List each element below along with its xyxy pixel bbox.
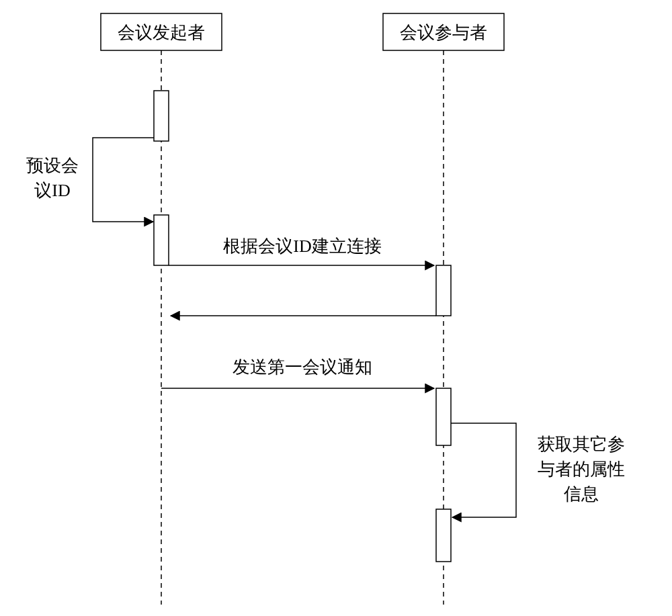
sequence-diagram: 会议发起者 会议参与者 预设会 议ID 根据会议ID建立连接 发送第一会议通知 … [0,0,672,616]
activation-participant-2 [436,388,451,445]
self-message-preset-id: 预设会 议ID [26,138,154,222]
self-message-preset-id-line2: 议ID [34,181,70,200]
message-send-notification-label: 发送第一会议通知 [233,357,372,377]
message-send-notification: 发送第一会议通知 [161,357,434,388]
self-message-get-attributes-line1: 获取其它参 [538,435,625,454]
activation-initiator-2 [154,215,169,265]
activation-participant-1 [436,265,451,316]
activation-participant-3 [436,509,451,562]
lifeline-participant-label: 会议参与者 [400,23,487,42]
self-message-preset-id-line1: 预设会 [26,156,79,175]
self-message-get-attributes-line3: 信息 [564,484,599,504]
message-establish-connection-label: 根据会议ID建立连接 [223,236,381,256]
activation-initiator-1 [154,91,169,141]
message-establish-connection: 根据会议ID建立连接 [169,236,434,265]
self-message-get-attributes: 获取其它参 与者的属性 信息 [451,423,625,517]
self-message-get-attributes-line2: 与者的属性 [538,459,625,479]
lifeline-initiator-label: 会议发起者 [118,23,205,42]
